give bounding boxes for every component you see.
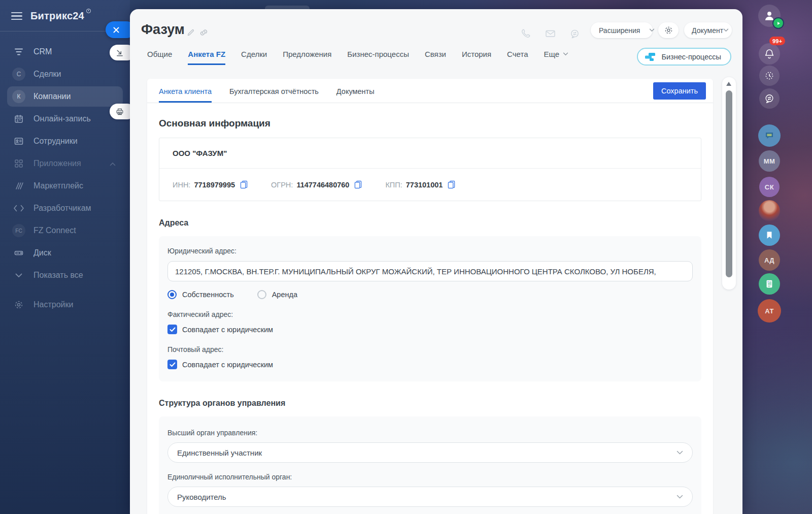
chat-icon[interactable] [565, 24, 584, 43]
timer-icon [764, 70, 775, 81]
business-processes-button[interactable]: Бизнес-процессы [637, 48, 731, 66]
sidebar-item-developers[interactable]: Разработчикам [7, 198, 123, 218]
sidebar-item-deals[interactable]: С Сделки [7, 64, 123, 84]
timer-button[interactable] [759, 66, 780, 86]
notifications-button[interactable]: 99+ [759, 43, 780, 65]
radio-ownership[interactable]: Собственность [167, 290, 234, 299]
bell-icon [764, 48, 775, 59]
sidebar-item-employees[interactable]: Сотрудники [7, 131, 123, 151]
chat-avatar-ad[interactable]: АД [759, 249, 780, 271]
chat-avatar-at[interactable]: АТ [758, 299, 781, 323]
notifications-count-badge: 99+ [769, 37, 785, 45]
tab-offers[interactable]: Предложения [283, 50, 331, 65]
legal-address-input[interactable] [167, 261, 693, 281]
chevron-up-icon [110, 159, 116, 168]
scroll-up-arrow-icon[interactable] [726, 82, 731, 86]
tab-accounting-reports[interactable]: Бухгалтерская отчётность [229, 87, 319, 103]
app-logo[interactable]: Битрикс24 [30, 10, 84, 22]
document-button-label: Документ [692, 26, 723, 35]
chevron-down-icon [723, 28, 729, 32]
tab-general[interactable]: Общие [147, 50, 172, 65]
bookmark-icon [765, 231, 773, 240]
extensions-button[interactable]: Расширения [591, 22, 653, 38]
messenger-button[interactable] [759, 88, 780, 109]
executive-body-label: Единоличный исполнительный орган: [167, 473, 693, 481]
play-icon [776, 21, 781, 25]
chat-avatar-mm[interactable]: MM [759, 150, 780, 172]
hamburger-menu-icon[interactable] [11, 12, 22, 20]
copy-link-icon[interactable] [199, 28, 209, 39]
chevron-down-icon [563, 52, 568, 56]
chevron-down-icon [676, 495, 683, 499]
chat-avatar-sk[interactable]: СК [759, 177, 780, 197]
actual-address-checkbox[interactable]: Совпадает с юридическим [167, 325, 693, 334]
chat-sync-icon [764, 93, 775, 104]
crm-icon [12, 45, 25, 58]
panel-scrollbar[interactable] [722, 77, 736, 290]
gear-icon [12, 298, 25, 311]
inn-field: ИНН: 7718979995 [173, 180, 248, 189]
copy-icon[interactable] [354, 180, 362, 189]
edit-title-icon[interactable] [187, 28, 195, 39]
tab-links[interactable]: Связи [425, 50, 446, 65]
detail-tabs: Общие Анкета FZ Сделки Предложения Бизне… [147, 50, 568, 65]
tab-invoices[interactable]: Счета [507, 50, 528, 65]
tab-anketa-fz[interactable]: Анкета FZ [188, 50, 225, 65]
sidebar-item-settings[interactable]: Настройки [7, 295, 123, 315]
radio-rent-label: Аренда [272, 291, 297, 299]
sidebar-item-label: Сотрудники [33, 137, 78, 146]
executive-body-select[interactable]: Руководитель [167, 487, 693, 507]
sidebar-item-companies[interactable]: К Компании [7, 86, 123, 107]
app-logo-text: Битрикс24 [30, 10, 84, 21]
tab-client-form[interactable]: Анкета клиента [159, 87, 212, 103]
tab-more-label: Еще [544, 50, 559, 58]
avatar-initials: АТ [765, 307, 774, 315]
copy-icon[interactable] [448, 180, 455, 189]
sidebar-item-label: Приложения [33, 159, 81, 168]
document-button[interactable]: Документ [684, 22, 732, 38]
governing-body-select[interactable]: Единственный участник [167, 442, 693, 463]
chat-avatar-photo[interactable] [759, 200, 780, 221]
phone-icon[interactable] [517, 24, 535, 43]
avatar-initials: СК [765, 183, 774, 191]
chevron-down-icon [12, 269, 25, 282]
postal-address-checkbox[interactable]: Совпадает с юридическим [167, 360, 693, 369]
sidebar-item-fz-connect[interactable]: FC FZ Connect [7, 220, 123, 241]
user-avatar[interactable] [758, 5, 781, 27]
scrollbar-thumb[interactable] [726, 90, 732, 277]
document-icon [765, 279, 774, 289]
sidebar-item-show-all[interactable]: Показать все [7, 265, 123, 285]
mail-icon[interactable] [541, 24, 559, 43]
ogrn-value: 1147746480760 [296, 181, 349, 189]
sidebar-item-online-booking[interactable]: Онлайн-запись [7, 109, 123, 129]
sidebar-item-crm[interactable]: CRM [7, 42, 123, 62]
right-toolbar: 99+ MM СК АД АТ [757, 0, 782, 514]
settings-button[interactable] [658, 22, 679, 38]
tab-more[interactable]: Еще [544, 50, 568, 65]
radio-unselected-icon [257, 290, 266, 299]
tab-documents[interactable]: Документы [336, 87, 375, 103]
chat-channel-button[interactable] [758, 124, 781, 147]
sidebar-item-marketplace[interactable]: Маркетплейс [7, 176, 123, 196]
tab-business-processes[interactable]: Бизнес-процессы [347, 50, 409, 65]
company-detail-panel: Фазум Расширения Документ Общие Анкета F… [130, 9, 742, 514]
radio-rent[interactable]: Аренда [257, 290, 297, 299]
sidebar-item-label: Компании [33, 92, 71, 101]
actual-address-checkbox-label: Совпадает с юридическим [182, 326, 273, 334]
calendar-icon [12, 112, 25, 125]
sidebar-item-label: Разработчикам [33, 204, 91, 213]
chevron-down-icon [676, 451, 683, 455]
sidebar-item-disk[interactable]: Диск [7, 243, 123, 263]
document-chat-button[interactable] [759, 273, 780, 295]
save-button[interactable]: Сохранить [653, 82, 706, 100]
sidebar-item-apps[interactable]: Приложения [7, 153, 123, 174]
tab-history[interactable]: История [462, 50, 491, 65]
tab-deals[interactable]: Сделки [241, 50, 267, 65]
saved-messages-button[interactable] [759, 224, 780, 246]
company-name: ООО "ФАЗУМ" [159, 138, 701, 168]
extensions-button-label: Расширения [599, 26, 640, 35]
sidebar-item-label: Маркетплейс [33, 181, 83, 190]
sidebar-item-label: Сделки [33, 70, 61, 79]
copy-icon[interactable] [240, 180, 248, 189]
ogrn-label: ОГРН: [271, 181, 293, 189]
